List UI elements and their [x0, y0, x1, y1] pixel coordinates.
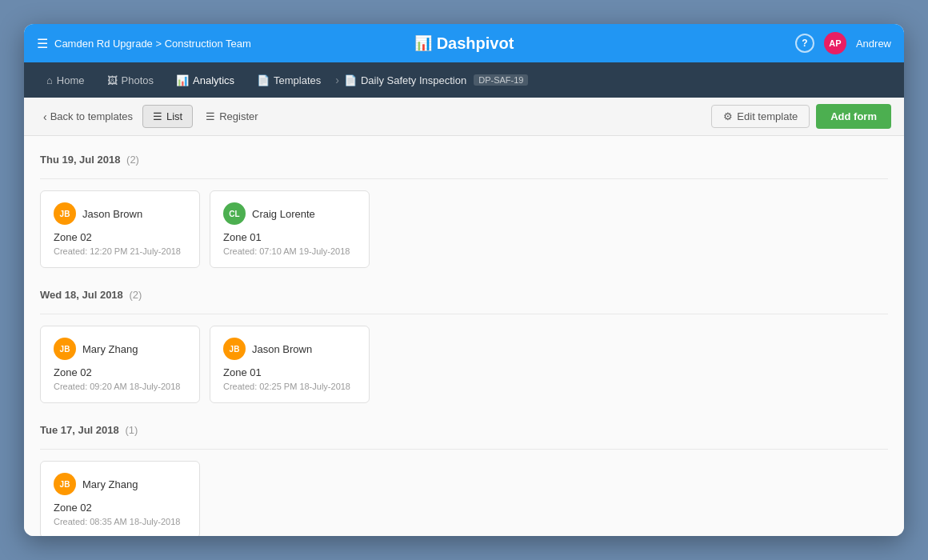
card-avatar-1-1: JB: [223, 338, 246, 360]
list-view-button[interactable]: ☰ List: [142, 105, 193, 128]
back-to-templates-label: Back to templates: [50, 110, 133, 122]
toolbar: ‹ Back to templates ☰ List ☰ Register ⚙ …: [24, 98, 904, 136]
card-created-1-0: Created: 09:20 AM 18-July-2018: [54, 382, 186, 391]
nav-photos-label: Photos: [122, 74, 154, 86]
section-divider-1: [40, 314, 888, 314]
user-avatar-top[interactable]: AP: [824, 32, 846, 54]
nav-item-templates[interactable]: 📄 Templates: [247, 70, 330, 91]
register-label: Register: [219, 110, 258, 122]
form-card-1-0[interactable]: JBMary ZhangZone 02Created: 09:20 AM 18-…: [40, 326, 200, 403]
edit-template-label: Edit template: [737, 110, 798, 122]
nav-item-analytics[interactable]: 📊 Analytics: [166, 70, 244, 91]
card-created-0-1: Created: 07:10 AM 19-July-2018: [223, 246, 356, 256]
card-header-0-0: JBJason Brown: [54, 202, 186, 225]
edit-template-button[interactable]: ⚙ Edit template: [711, 105, 810, 128]
nav-analytics-label: Analytics: [193, 74, 234, 86]
project-label: Camden Rd Upgrade > Construction Team: [54, 38, 251, 50]
cards-row-0: JBJason BrownZone 02Created: 12:20 PM 21…: [40, 190, 888, 268]
card-avatar-1-0: JB: [54, 338, 76, 360]
toolbar-right: ⚙ Edit template Add form: [711, 104, 891, 129]
add-form-button[interactable]: Add form: [816, 104, 891, 129]
section-divider-0: [40, 178, 888, 179]
form-card-2-0[interactable]: JBMary ZhangZone 02Created: 08:35 AM 18-…: [40, 461, 200, 536]
templates-icon: 📄: [257, 74, 270, 86]
date-count-1: (2): [129, 289, 142, 301]
form-card-0-0[interactable]: JBJason BrownZone 02Created: 12:20 PM 21…: [40, 190, 200, 268]
cards-row-1: JBMary ZhangZone 02Created: 09:20 AM 18-…: [40, 326, 888, 403]
card-avatar-2-0: JB: [54, 473, 76, 495]
card-name-1-1: Jason Brown: [252, 343, 312, 355]
card-created-0-0: Created: 12:20 PM 21-July-2018: [54, 246, 186, 256]
template-file-icon: 📄: [344, 74, 357, 86]
register-view-button[interactable]: ☰ Register: [196, 106, 267, 127]
top-nav-left: ☰ Camden Rd Upgrade > Construction Team: [37, 36, 414, 51]
top-nav-center: 📊 Dashpivot: [414, 34, 514, 53]
card-zone-2-0: Zone 02: [54, 502, 186, 514]
date-group-0: Thu 19, Jul 2018 (2)JBJason BrownZone 02…: [40, 149, 888, 268]
list-icon: ☰: [153, 110, 162, 122]
card-name-0-0: Jason Brown: [82, 208, 142, 220]
photos-icon: 🖼: [107, 74, 118, 86]
date-header-0: Thu 19, Jul 2018 (2): [40, 149, 888, 170]
breadcrumb-separator-1: ›: [335, 74, 339, 86]
card-name-1-0: Mary Zhang: [82, 343, 138, 355]
date-header-2: Tue 17, Jul 2018 (1): [40, 419, 888, 441]
card-header-1-0: JBMary Zhang: [54, 338, 186, 360]
back-arrow-icon: ‹: [43, 110, 47, 123]
nav-item-home[interactable]: ⌂ Home: [37, 70, 94, 91]
date-group-1: Wed 18, Jul 2018 (2)JBMary ZhangZone 02C…: [40, 284, 888, 403]
form-card-0-1[interactable]: CLCraig LorenteZone 01Created: 07:10 AM …: [210, 190, 370, 268]
date-group-2: Tue 17, Jul 2018 (1)JBMary ZhangZone 02C…: [40, 419, 888, 536]
card-header-1-1: JBJason Brown: [223, 338, 356, 360]
card-zone-0-1: Zone 01: [223, 231, 356, 243]
register-icon: ☰: [206, 110, 215, 122]
breadcrumb-page-name: Daily Safety Inspection: [361, 74, 466, 86]
nav-home-label: Home: [57, 74, 85, 86]
date-count-0: (2): [126, 154, 139, 166]
breadcrumb-item: 📄 Daily Safety Inspection DP-SAF-19: [344, 74, 528, 86]
card-header-0-1: CLCraig Lorente: [223, 202, 356, 225]
card-created-2-0: Created: 08:35 AM 18-July-2018: [54, 517, 186, 526]
list-label: List: [166, 110, 182, 122]
card-header-2-0: JBMary Zhang: [54, 473, 186, 495]
analytics-icon: 📊: [176, 74, 189, 86]
card-zone-1-0: Zone 02: [54, 366, 186, 378]
app-name: Dashpivot: [437, 34, 514, 53]
breadcrumb-badge: DP-SAF-19: [474, 74, 528, 86]
section-divider-2: [40, 449, 888, 450]
form-card-1-1[interactable]: JBJason BrownZone 01Created: 02:25 PM 18…: [210, 326, 370, 403]
top-nav-right: ? AP Andrew: [514, 32, 891, 54]
top-nav: ☰ Camden Rd Upgrade > Construction Team …: [24, 24, 904, 62]
home-icon: ⌂: [46, 74, 53, 86]
username: Andrew: [856, 38, 891, 50]
card-avatar-0-1: CL: [223, 202, 246, 225]
main-content: Thu 19, Jul 2018 (2)JBJason BrownZone 02…: [24, 136, 904, 536]
nav-templates-label: Templates: [274, 74, 321, 86]
date-count-2: (1): [125, 424, 138, 436]
card-created-1-1: Created: 02:25 PM 18-July-2018: [223, 382, 356, 391]
logo-icon: 📊: [414, 34, 432, 52]
hamburger-icon[interactable]: ☰: [37, 36, 48, 51]
card-name-0-1: Craig Lorente: [252, 208, 315, 220]
gear-icon: ⚙: [723, 110, 733, 122]
card-zone-1-1: Zone 01: [223, 366, 356, 378]
date-header-1: Wed 18, Jul 2018 (2): [40, 284, 888, 306]
card-avatar-0-0: JB: [54, 202, 76, 225]
back-to-templates-link[interactable]: ‹ Back to templates: [37, 107, 139, 126]
card-zone-0-0: Zone 02: [54, 231, 186, 243]
nav-item-photos[interactable]: 🖼 Photos: [98, 70, 163, 91]
secondary-nav: ⌂ Home 🖼 Photos 📊 Analytics 📄 Templates …: [24, 62, 904, 98]
help-icon[interactable]: ?: [795, 34, 814, 53]
cards-row-2: JBMary ZhangZone 02Created: 08:35 AM 18-…: [40, 461, 888, 536]
card-name-2-0: Mary Zhang: [82, 478, 138, 490]
browser-window: ☰ Camden Rd Upgrade > Construction Team …: [24, 24, 904, 536]
